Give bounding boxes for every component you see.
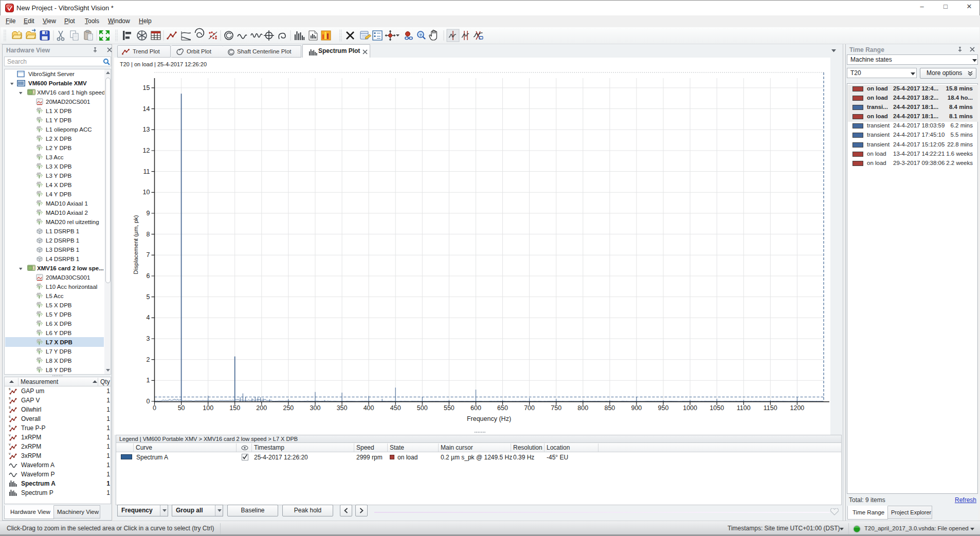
svg-text:1000: 1000 [683, 404, 697, 412]
svg-text:0: 0 [147, 398, 150, 405]
svg-text:850: 850 [604, 404, 615, 412]
svg-text:700: 700 [524, 404, 535, 412]
svg-text:950: 950 [658, 404, 669, 412]
svg-text:450: 450 [390, 404, 401, 412]
svg-text:s: s [9, 424, 11, 428]
svg-text:s: s [9, 396, 11, 400]
svg-text:s: s [9, 405, 11, 409]
svg-text:15: 15 [143, 84, 150, 91]
svg-text:400: 400 [364, 404, 374, 412]
svg-text:500: 500 [417, 404, 428, 412]
svg-text:350: 350 [337, 404, 348, 412]
svg-text:150: 150 [229, 404, 240, 412]
svg-text:2: 2 [147, 356, 150, 363]
svg-text:12: 12 [143, 147, 150, 154]
svg-text:1200: 1200 [790, 404, 804, 412]
svg-text:550: 550 [444, 404, 455, 412]
svg-text:100: 100 [203, 404, 213, 412]
svg-text:1150: 1150 [764, 404, 777, 412]
svg-text:13: 13 [143, 126, 150, 133]
svg-text:Displacement (µm, pk): Displacement (µm, pk) [133, 215, 139, 274]
svg-text:11: 11 [143, 168, 150, 175]
svg-text:v: v [9, 433, 11, 437]
svg-text:750: 750 [551, 404, 561, 412]
svg-text:650: 650 [497, 404, 508, 412]
svg-text:1050: 1050 [710, 404, 724, 412]
svg-text:6: 6 [147, 272, 150, 280]
svg-text:7: 7 [147, 251, 150, 258]
svg-text:s: s [9, 415, 11, 418]
svg-text:9: 9 [147, 210, 150, 217]
svg-text:10: 10 [143, 189, 150, 196]
svg-text:5: 5 [147, 293, 150, 301]
svg-text:4: 4 [147, 314, 150, 321]
svg-text:300: 300 [310, 404, 321, 412]
svg-text:s: s [9, 387, 11, 391]
svg-text:v: v [9, 452, 11, 455]
svg-text:50: 50 [178, 404, 185, 412]
svg-text:3: 3 [147, 335, 150, 342]
svg-text:800: 800 [577, 404, 588, 412]
svg-text:900: 900 [631, 404, 642, 412]
svg-text:?: ? [420, 33, 422, 38]
svg-text:8: 8 [147, 231, 150, 238]
svg-text:600: 600 [470, 404, 481, 412]
svg-text:1100: 1100 [737, 404, 751, 412]
svg-text:14: 14 [143, 105, 150, 113]
svg-text:250: 250 [283, 404, 294, 412]
svg-text:200: 200 [256, 404, 267, 412]
svg-text:0: 0 [153, 404, 156, 412]
svg-text:Frequency (Hz): Frequency (Hz) [467, 415, 511, 422]
svg-text:1: 1 [147, 377, 150, 384]
svg-text:v: v [9, 442, 11, 446]
